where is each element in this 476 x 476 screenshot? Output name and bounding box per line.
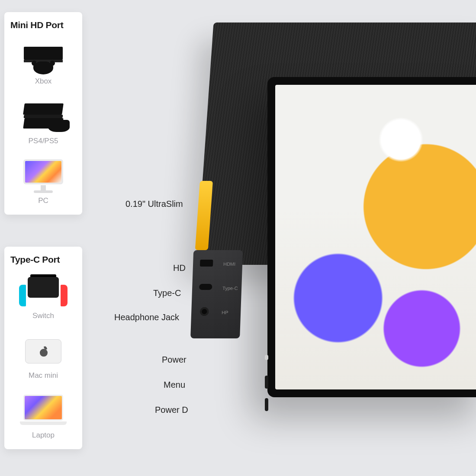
device-item-mac-mini: Mac mini	[10, 331, 76, 380]
leader-line	[191, 385, 266, 386]
port-block: HDMI Type-C HP	[190, 250, 243, 338]
leader-line	[195, 204, 214, 205]
leader-line	[191, 360, 266, 361]
power-button-icon	[265, 355, 268, 360]
hdmi-port-label: HDMI	[223, 261, 236, 267]
callout-power: Power	[162, 355, 187, 365]
device-label: Xbox	[35, 77, 52, 86]
laptop-icon	[17, 391, 69, 430]
device-label: PC	[38, 196, 48, 205]
device-item-ps: PS4/PS5	[10, 97, 76, 145]
callout-power-d: Power D	[155, 405, 188, 415]
callout-ultraslim: 0.19" UltraSlim	[125, 199, 183, 209]
callout-hd: HD	[173, 263, 186, 273]
mac-mini-icon	[17, 331, 69, 370]
monitor-front-panel	[267, 77, 476, 397]
playstation-icon	[17, 97, 69, 136]
leader-line	[186, 293, 213, 294]
callout-type-c: Type-C	[153, 288, 181, 298]
device-item-laptop: Laptop	[10, 391, 76, 440]
device-label: Switch	[32, 312, 54, 320]
device-label: Laptop	[32, 431, 55, 440]
mini-hd-port-title: Mini HD Port	[10, 20, 76, 30]
callout-headphone-jack: Headphone Jack	[114, 312, 179, 322]
power-d-button-icon	[265, 398, 268, 411]
device-label: Mac mini	[29, 371, 58, 380]
device-label: PS4/PS5	[29, 137, 58, 145]
type-c-port-card: Type-C Port Switch Mac mini Laptop	[4, 247, 82, 449]
menu-button-icon	[265, 376, 268, 389]
type-c-port-title: Type-C Port	[10, 254, 76, 265]
gold-accent	[195, 181, 213, 250]
leader-line	[190, 268, 213, 269]
xbox-icon	[17, 37, 69, 76]
callout-menu: Menu	[164, 380, 185, 390]
type-c-port-label: Type-C	[222, 286, 238, 291]
mini-hd-port-card: Mini HD Port Xbox PS4/PS5 PC	[4, 12, 82, 215]
hdmi-port-icon	[200, 260, 213, 267]
monitor-screen	[275, 85, 476, 389]
hp-port-label: HP	[222, 310, 228, 315]
headphone-port-icon	[200, 307, 209, 316]
switch-icon	[17, 272, 69, 311]
type-c-port-icon	[199, 284, 212, 290]
leader-line	[194, 410, 266, 411]
pc-icon	[17, 157, 69, 196]
device-item-xbox: Xbox	[10, 37, 76, 86]
device-item-switch: Switch	[10, 272, 76, 320]
leader-line	[187, 318, 213, 318]
device-item-pc: PC	[10, 157, 76, 205]
